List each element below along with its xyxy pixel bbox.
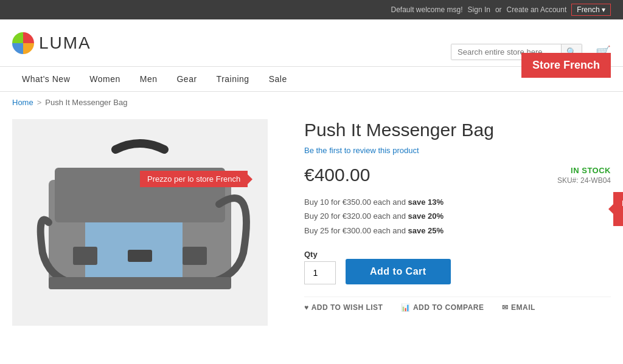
breadcrumb-separator: > <box>37 98 42 107</box>
wish-list-link[interactable]: ♥ ADD TO WISH LIST <box>304 303 383 312</box>
logo-icon <box>12 32 34 54</box>
tier-price-3: Buy 25 for €300.00 each and save 25% <box>304 224 611 238</box>
nav-item-women[interactable]: Women <box>80 67 130 91</box>
product-details: Push It Messenger Bag Be the first to re… <box>304 119 611 326</box>
tier-save-1: save 13% <box>408 197 444 207</box>
email-icon: ✉ <box>502 303 509 312</box>
price-row: €400.00 IN STOCK SKU#: 24-WB04 <box>304 165 611 185</box>
qty-input[interactable] <box>304 261 336 284</box>
product-image-svg <box>24 131 256 314</box>
nav-item-whats-new[interactable]: What's New <box>12 67 80 91</box>
compare-label: ADD TO COMPARE <box>413 303 484 312</box>
chevron-down-icon: ▾ <box>602 5 605 14</box>
review-link[interactable]: Be the first to review this product <box>304 146 611 155</box>
bottom-actions: ♥ ADD TO WISH LIST 📊 ADD TO COMPARE ✉ EM… <box>304 297 611 312</box>
email-label: EMAIL <box>511 303 535 312</box>
heart-icon: ♥ <box>304 303 309 312</box>
tier-price-2: Buy 20 for €320.00 each and save 20% <box>304 209 611 223</box>
language-label: French <box>577 5 599 14</box>
nav-item-training[interactable]: Training <box>207 67 259 91</box>
sku-value: 24-WB04 <box>580 176 611 185</box>
qty-container: Qty <box>304 250 336 284</box>
price-tooltip: Prezzo per lo store French <box>140 171 248 187</box>
breadcrumb: Home > Push It Messenger Bag <box>0 92 623 113</box>
or-text: or <box>495 5 502 14</box>
svg-rect-3 <box>73 247 97 265</box>
stock-status: IN STOCK <box>557 166 611 175</box>
svg-rect-7 <box>49 277 231 289</box>
compare-link[interactable]: 📊 ADD TO COMPARE <box>401 303 484 312</box>
logo-link[interactable]: LUMA <box>12 32 91 54</box>
welcome-message: Default welcome msg! <box>391 5 462 14</box>
breadcrumb-home[interactable]: Home <box>12 98 33 107</box>
nav-item-gear[interactable]: Gear <box>167 67 206 91</box>
breadcrumb-current: Push It Messenger Bag <box>45 98 127 107</box>
store-tooltip: Store French <box>521 53 611 78</box>
product-image <box>12 119 268 326</box>
svg-rect-5 <box>128 250 152 262</box>
nav-item-sale[interactable]: Sale <box>259 67 297 91</box>
create-account-link[interactable]: Create an Account <box>507 5 567 14</box>
email-link[interactable]: ✉ EMAIL <box>502 303 535 312</box>
store-tooltip-text: Store French <box>532 59 600 71</box>
tier-save-3: save 25% <box>408 226 444 235</box>
tier-price-1: Buy 10 for €350.00 each and save 13% <box>304 195 611 209</box>
svg-rect-4 <box>183 247 207 265</box>
main-content: Prezzo per lo store French <box>0 113 623 332</box>
product-title: Push It Messenger Bag <box>304 119 611 141</box>
tier-pricing: Buy 10 for €350.00 each and save 13% Buy… <box>304 195 611 238</box>
nav-item-men[interactable]: Men <box>130 67 167 91</box>
signin-link[interactable]: Sign In <box>468 5 490 14</box>
logo-text: LUMA <box>39 33 91 53</box>
tier-save-2: save 20% <box>408 211 444 221</box>
product-price: €400.00 <box>304 165 370 185</box>
fasce-tooltip: Fasce di prezzo per lo Store French <box>613 192 623 226</box>
top-bar: Default welcome msg! Sign In or Create a… <box>0 0 623 19</box>
sku-label: SKU#: <box>557 176 579 185</box>
product-image-area: Prezzo per lo store French <box>12 119 280 326</box>
compare-icon: 📊 <box>401 303 411 312</box>
add-to-cart-button[interactable]: Add to Cart <box>346 259 451 284</box>
qty-label: Qty <box>304 250 336 259</box>
qty-row: Qty Add to Cart <box>304 250 611 284</box>
sku: SKU#: 24-WB04 <box>557 176 611 185</box>
price-tooltip-text: Prezzo per lo store French <box>147 174 240 184</box>
stock-info: IN STOCK SKU#: 24-WB04 <box>557 166 611 185</box>
language-button[interactable]: French ▾ <box>571 4 611 16</box>
wish-list-label: ADD TO WISH LIST <box>312 303 383 312</box>
